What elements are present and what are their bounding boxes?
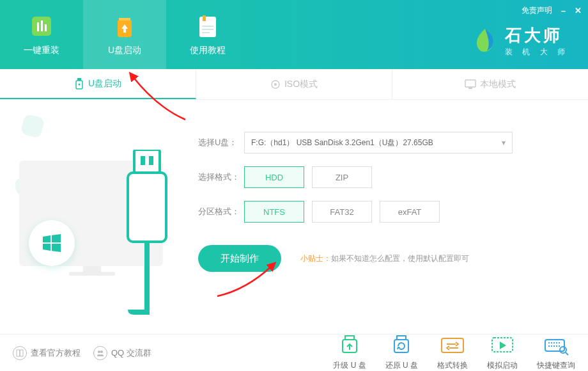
svg-rect-6 [202,26,213,27]
monitor-icon [465,79,476,90]
footer-link-label: QQ 交流群 [111,347,151,359]
sub-tab-label: ISO模式 [284,79,318,90]
partition-label: 分区格式： [198,206,244,217]
usb-illustration-icon [115,150,179,316]
close-button[interactable]: ✕ [575,6,582,15]
nav-tab-label: 使用教程 [190,45,226,56]
svg-rect-26 [394,340,408,352]
svg-rect-17 [141,156,145,165]
sub-tab-iso[interactable]: ISO模式 [196,69,392,99]
partition-option-fat32[interactable]: FAT32 [312,201,372,223]
hotkey-icon [543,335,569,358]
nav-tab-tutorial[interactable]: 使用教程 [166,0,249,69]
official-tutorial-link[interactable]: 查看官方教程 [13,346,81,360]
form-area: 选择U盘： F:G:（hd1） USB SanDisk 3.2Gen1（U盘）2… [192,100,588,334]
tool-simulate-boot[interactable]: 模拟启动 [487,335,518,371]
footer-link-label: 查看官方教程 [31,347,81,359]
svg-rect-27 [442,338,463,352]
svg-rect-20 [144,242,150,312]
nav-tabs: 一键重装 U盘启动 使用教程 [0,0,249,69]
book-icon [13,346,27,360]
sub-tab-usb[interactable]: U盘启动 [0,69,196,99]
usb-boot-icon [111,13,138,40]
sub-tabs: U盘启动 ISO模式 本地模式 [0,69,588,100]
svg-point-11 [78,83,80,85]
svg-point-13 [274,83,277,86]
sub-tab-label: U盘启动 [88,78,121,90]
tool-upgrade-usb[interactable]: 升级 U 盘 [333,335,366,371]
tool-restore-usb[interactable]: 还原 U 盘 [385,335,418,371]
svg-point-22 [100,351,103,353]
format-label: 选择格式： [198,171,244,183]
svg-rect-19 [128,173,166,242]
usb-select-label: 选择U盘： [198,137,244,148]
svg-rect-1 [37,22,39,31]
partition-option-ntfs[interactable]: NTFS [244,201,304,223]
windows-icon [40,232,63,255]
svg-rect-2 [41,20,43,31]
logo: 石大师 装 机 大 师 [470,24,569,58]
svg-rect-18 [149,156,153,165]
nav-tab-reinstall[interactable]: 一键重装 [0,0,83,69]
sub-tab-label: 本地模式 [480,79,516,90]
disclaimer-link[interactable]: 免责声明 [522,5,552,16]
svg-rect-15 [468,88,472,89]
format-option-zip[interactable]: ZIP [312,166,372,188]
tool-label: 格式转换 [437,360,468,371]
logo-icon [470,26,500,56]
nav-tab-label: 一键重装 [24,45,59,56]
upgrade-usb-icon [336,335,363,358]
svg-rect-7 [202,29,213,30]
top-links: 免责声明 – ✕ [522,5,582,16]
tutorial-icon [194,13,221,40]
reinstall-icon [28,13,55,40]
svg-line-33 [566,352,568,355]
header: 免责声明 – ✕ 一键重装 U盘启动 使用教程 石大师 装 机 大 师 [0,0,588,69]
partition-option-exfat[interactable]: exFAT [380,201,440,223]
svg-rect-5 [203,15,206,21]
usb-icon [74,78,84,90]
iso-icon [270,79,281,90]
usb-select[interactable]: F:G:（hd1） USB SanDisk 3.2Gen1（U盘）27.65GB [244,132,513,154]
logo-title: 石大师 [505,24,569,47]
nav-tab-label: U盘启动 [108,45,141,56]
svg-rect-3 [45,24,47,31]
format-convert-icon [439,335,466,358]
svg-point-32 [560,347,566,353]
format-option-hdd[interactable]: HDD [244,166,304,188]
simulate-boot-icon [489,335,516,358]
tool-label: 还原 U 盘 [385,360,418,371]
svg-rect-16 [134,150,160,173]
svg-rect-14 [465,80,476,87]
content-area: 选择U盘： F:G:（hd1） USB SanDisk 3.2Gen1（U盘）2… [0,100,588,334]
qq-group-link[interactable]: QQ 交流群 [93,346,151,360]
illustration [0,100,192,334]
logo-subtitle: 装 机 大 师 [505,47,569,58]
svg-point-21 [98,351,100,353]
tool-label: 模拟启动 [487,360,518,371]
restore-usb-icon [388,335,415,358]
minimize-button[interactable]: – [561,6,566,15]
start-button[interactable]: 开始制作 [198,245,281,272]
svg-rect-8 [202,32,210,33]
footer: 查看官方教程 QQ 交流群 升级 U 盘 还原 U 盘 格式转换 模拟启动 快捷 [0,334,588,371]
sub-tab-local[interactable]: 本地模式 [392,69,588,99]
tip-label: 小贴士： [300,254,331,263]
windows-badge [29,220,75,266]
tip-text: 小贴士：如果不知道怎么配置，使用默认配置即可 [300,253,469,264]
tool-label: 升级 U 盘 [333,360,366,371]
nav-tab-usb-boot[interactable]: U盘启动 [83,0,166,69]
tool-format-convert[interactable]: 格式转换 [437,335,468,371]
tool-label: 快捷键查询 [537,360,575,371]
people-icon [93,346,107,360]
tool-hotkey-lookup[interactable]: 快捷键查询 [537,335,575,371]
usb-select-value: F:G:（hd1） USB SanDisk 3.2Gen1（U盘）27.65GB [251,138,433,148]
